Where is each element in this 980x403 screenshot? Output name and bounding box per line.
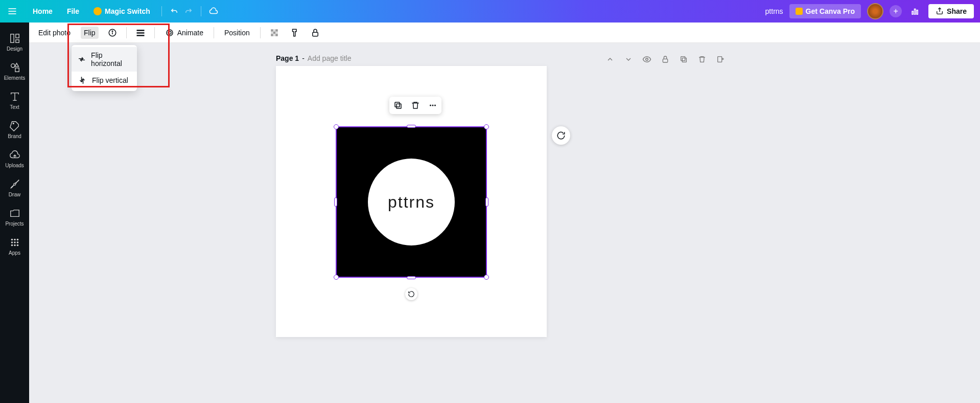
resize-handle-tr[interactable]	[484, 124, 489, 129]
svg-point-53	[430, 105, 431, 106]
delete-page-button[interactable]	[697, 54, 707, 64]
copy-style-button[interactable]	[288, 26, 301, 39]
edit-photo-button[interactable]: Edit photo	[35, 27, 74, 39]
page-down-button[interactable]	[623, 54, 634, 64]
get-canva-pro-button[interactable]: Get Canva Pro	[789, 4, 861, 18]
document-title[interactable]: pttrns	[765, 7, 783, 15]
sidebar-item-elements[interactable]: Elements	[0, 57, 29, 86]
sidebar-item-text[interactable]: Text	[0, 86, 29, 115]
svg-rect-48	[718, 57, 722, 62]
sidebar-label: Brand	[8, 133, 21, 139]
more-element-button[interactable]	[427, 100, 438, 111]
flip-button[interactable]: Flip	[81, 27, 99, 39]
lock-button[interactable]	[309, 26, 322, 39]
crown-icon	[796, 8, 803, 15]
sidebar-item-projects[interactable]: Projects	[0, 203, 29, 232]
svg-rect-51	[396, 104, 401, 108]
sidebar-item-uploads[interactable]: Uploads	[0, 144, 29, 173]
resize-handle-br[interactable]	[484, 275, 489, 280]
flip-dropdown: Flip horizontal Flip vertical	[72, 45, 137, 91]
svg-rect-30	[136, 32, 144, 33]
sidebar-label: Draw	[9, 192, 20, 197]
divider	[214, 27, 214, 38]
resize-handle-tl[interactable]	[334, 124, 339, 129]
add-page-button[interactable]	[715, 54, 726, 64]
sidebar-item-design[interactable]: Design	[0, 28, 29, 57]
svg-rect-45	[663, 59, 667, 62]
duplicate-element-button[interactable]	[392, 100, 404, 111]
info-icon[interactable]	[106, 26, 119, 39]
svg-rect-7	[10, 34, 13, 43]
svg-point-10	[11, 64, 14, 68]
svg-point-17	[11, 239, 13, 241]
sidebar-item-brand[interactable]: Brand	[0, 115, 29, 144]
cloud-sync-icon[interactable]	[206, 4, 221, 18]
sidebar-label: Text	[10, 104, 19, 110]
svg-rect-35	[273, 29, 276, 32]
delete-element-button[interactable]	[410, 100, 421, 111]
analytics-button[interactable]	[908, 4, 922, 18]
svg-point-54	[432, 105, 434, 106]
menu-icon[interactable]	[6, 5, 18, 17]
redo-button[interactable]	[181, 4, 196, 18]
resize-handle-lm[interactable]	[334, 197, 337, 207]
sidebar-label: Design	[7, 46, 22, 52]
svg-rect-43	[313, 32, 318, 36]
sidebar-item-draw[interactable]: Draw	[0, 173, 29, 203]
position-button[interactable]: Position	[221, 27, 253, 39]
top-header: Home File Magic Switch pttrns Get Canva …	[0, 0, 980, 23]
resize-handle-bl[interactable]	[334, 275, 339, 280]
canvas-area: Page 1 - Add page title pttrns	[29, 43, 980, 403]
magic-switch-button[interactable]: Magic Switch	[87, 4, 156, 18]
add-member-button[interactable]: +	[890, 5, 902, 17]
get-pro-label: Get Canva Pro	[806, 7, 855, 15]
svg-point-22	[16, 241, 18, 243]
page-up-button[interactable]	[605, 54, 615, 64]
context-toolbar: Edit photo Flip Animate Position	[29, 23, 980, 43]
resize-handle-tm[interactable]	[407, 125, 416, 128]
home-link[interactable]: Home	[27, 4, 59, 18]
undo-button[interactable]	[167, 4, 181, 18]
flip-vertical-option[interactable]: Flip vertical	[72, 72, 137, 89]
regenerate-button[interactable]	[552, 126, 570, 145]
flip-horizontal-option[interactable]: Flip horizontal	[72, 47, 137, 72]
share-button[interactable]: Share	[928, 4, 974, 18]
logo-circle: pttrns	[368, 159, 455, 245]
rotate-handle[interactable]	[405, 288, 417, 300]
svg-point-24	[14, 244, 16, 247]
svg-rect-5	[917, 10, 918, 14]
svg-point-18	[14, 239, 16, 241]
hide-page-button[interactable]	[642, 54, 652, 64]
svg-rect-38	[273, 31, 276, 34]
svg-rect-39	[275, 31, 278, 34]
element-floating-toolbar	[389, 97, 441, 114]
divider	[201, 6, 201, 16]
top-right-group: pttrns Get Canva Pro + Share	[765, 3, 974, 19]
animate-label: Animate	[177, 29, 203, 37]
file-menu[interactable]: File	[61, 4, 85, 18]
svg-rect-52	[395, 102, 400, 107]
logo-image[interactable]: pttrns	[337, 127, 486, 277]
transparency-button[interactable]	[268, 26, 281, 39]
page-title-input[interactable]: Add page title	[308, 54, 352, 62]
resize-handle-rm[interactable]	[485, 197, 488, 207]
sidebar-label: Projects	[5, 221, 24, 227]
line-style-button[interactable]	[134, 26, 147, 39]
svg-point-32	[167, 30, 173, 36]
svg-rect-40	[271, 34, 273, 36]
selected-element[interactable]: pttrns	[336, 126, 487, 278]
sidebar-item-apps[interactable]: Apps	[0, 232, 29, 261]
page-controls	[605, 54, 726, 64]
svg-point-55	[434, 105, 436, 106]
svg-rect-3	[912, 11, 913, 14]
avatar[interactable]	[867, 3, 883, 19]
svg-rect-4	[915, 9, 916, 15]
svg-point-15	[13, 123, 14, 124]
resize-handle-bm[interactable]	[407, 276, 416, 279]
duplicate-page-button[interactable]	[679, 54, 689, 64]
svg-marker-12	[15, 63, 18, 66]
divider	[154, 27, 155, 38]
divider	[126, 27, 127, 38]
animate-button[interactable]: Animate	[162, 26, 206, 39]
lock-page-button[interactable]	[660, 54, 670, 64]
